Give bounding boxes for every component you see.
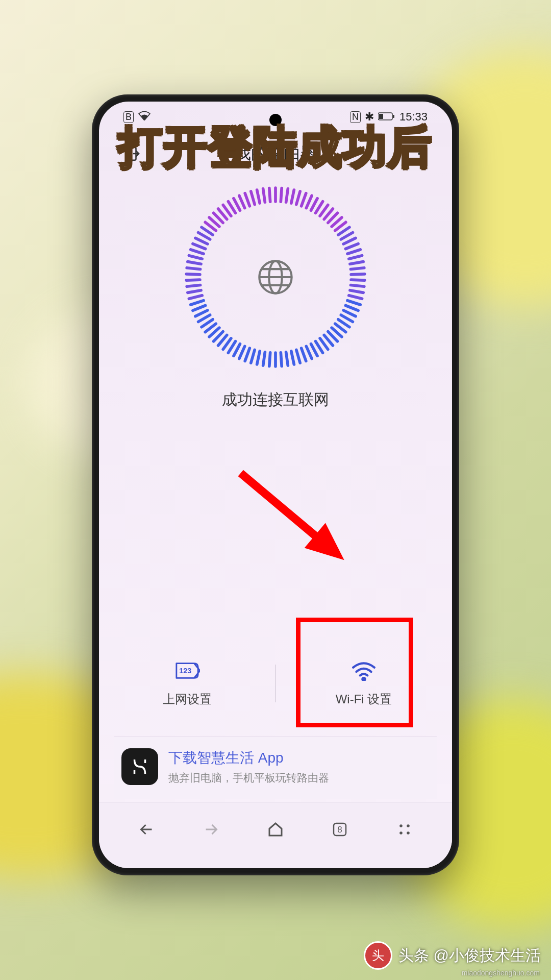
nav-menu-button[interactable] (392, 817, 417, 842)
watermark-text: 头条 @小俊技术生活 (398, 945, 541, 966)
svg-line-91 (239, 195, 245, 208)
svg-line-58 (239, 346, 245, 358)
svg-line-47 (302, 348, 306, 361)
svg-line-72 (188, 290, 201, 293)
svg-line-28 (350, 268, 364, 270)
svg-line-78 (189, 256, 202, 259)
svg-line-32 (350, 290, 363, 293)
svg-point-105 (399, 831, 403, 835)
svg-line-69 (193, 306, 206, 311)
svg-line-22 (341, 233, 353, 239)
svg-line-13 (306, 195, 312, 208)
svg-line-9 (286, 189, 288, 202)
svg-line-55 (257, 351, 260, 364)
svg-line-94 (257, 190, 260, 203)
svg-point-104 (407, 824, 410, 827)
svg-line-90 (234, 199, 240, 210)
svg-line-76 (187, 268, 200, 270)
internet-settings-icon: 123 (174, 659, 200, 682)
svg-point-103 (399, 824, 403, 827)
svg-line-24 (345, 244, 358, 249)
svg-line-53 (269, 353, 270, 366)
svg-line-59 (234, 344, 240, 356)
watermark: 头 头条 @小俊技术生活 (364, 941, 541, 970)
svg-line-23 (343, 238, 356, 244)
svg-line-45 (311, 344, 317, 356)
svg-line-56 (251, 350, 255, 363)
svg-line-54 (263, 352, 265, 365)
app-promo-icon (121, 748, 158, 785)
promo-title: 下载智慧生活 App (168, 748, 329, 768)
svg-line-50 (286, 352, 288, 365)
svg-line-35 (345, 306, 358, 311)
svg-line-30 (351, 280, 365, 280)
watermark-site: miaodongshenghuo.com (462, 969, 540, 977)
nav-back-button[interactable] (134, 817, 159, 842)
nav-forward-button[interactable] (198, 817, 224, 842)
connection-status-text: 成功连接互联网 (222, 389, 329, 410)
svg-line-14 (311, 199, 317, 210)
svg-line-96 (269, 188, 270, 202)
watermark-avatar-icon: 头 (364, 941, 392, 970)
promo-subtitle: 抛弃旧电脑，手机平板玩转路由器 (168, 771, 329, 785)
browser-nav-bar: 8 (99, 802, 452, 868)
svg-line-79 (191, 250, 204, 254)
annotation-highlight-box (296, 618, 413, 727)
svg-line-73 (187, 285, 200, 286)
svg-line-12 (302, 193, 306, 206)
svg-line-95 (263, 189, 265, 202)
svg-line-25 (347, 250, 360, 254)
svg-line-26 (349, 256, 362, 259)
svg-line-8 (281, 188, 282, 202)
svg-line-51 (281, 353, 282, 366)
svg-line-80 (193, 244, 206, 249)
svg-line-33 (349, 296, 362, 299)
svg-line-70 (191, 301, 204, 305)
svg-line-49 (291, 351, 294, 364)
svg-line-37 (341, 315, 353, 322)
svg-text:8: 8 (338, 825, 342, 835)
svg-line-93 (251, 191, 255, 205)
svg-line-57 (245, 348, 249, 361)
svg-line-11 (296, 191, 300, 205)
svg-line-92 (245, 193, 249, 206)
svg-line-77 (188, 262, 201, 264)
svg-line-81 (195, 238, 208, 244)
svg-line-75 (186, 274, 200, 275)
globe-icon (256, 258, 295, 297)
svg-line-36 (343, 310, 356, 316)
internet-settings-label: 上网设置 (163, 691, 212, 707)
svg-line-82 (198, 233, 210, 239)
svg-line-31 (350, 285, 364, 286)
internet-settings-tile[interactable]: 123 上网设置 (99, 636, 276, 730)
svg-line-46 (306, 346, 312, 358)
svg-line-74 (186, 280, 200, 280)
svg-line-29 (351, 274, 365, 275)
svg-line-68 (195, 310, 208, 316)
nav-tabs-button[interactable]: 8 (327, 817, 353, 842)
svg-line-27 (350, 262, 363, 264)
svg-line-67 (198, 315, 210, 322)
svg-point-106 (407, 831, 410, 835)
svg-text:123: 123 (179, 666, 191, 674)
connection-gauge (179, 180, 372, 374)
connection-gauge-area: 成功连接互联网 (99, 170, 452, 410)
nav-home-button[interactable] (263, 817, 288, 842)
svg-line-48 (296, 350, 300, 363)
app-download-promo[interactable]: 下载智慧生活 App 抛弃旧电脑，手机平板玩转路由器 (114, 737, 437, 799)
overlay-caption: 打开登陆成功后 (118, 117, 433, 177)
svg-line-71 (189, 296, 202, 299)
svg-line-34 (347, 301, 360, 305)
svg-line-10 (291, 190, 294, 203)
